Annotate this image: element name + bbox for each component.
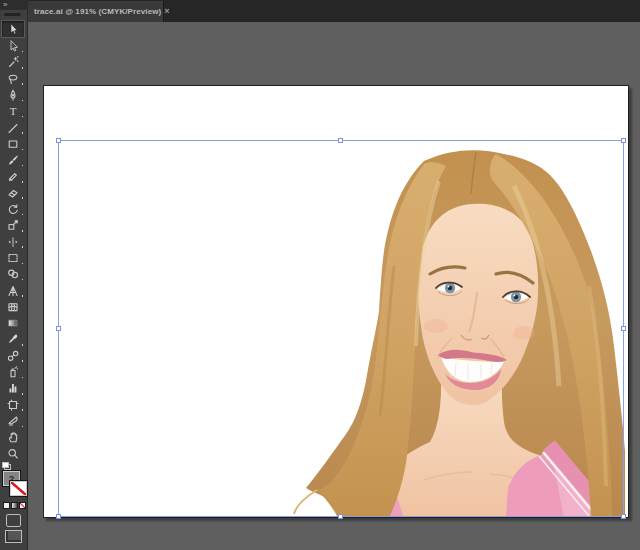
flyout-indicator-dot <box>22 132 24 134</box>
flyout-indicator-dot <box>22 214 24 216</box>
zoom-icon <box>7 448 19 460</box>
tool-list: T <box>0 20 27 462</box>
selection-handle-ne[interactable] <box>621 138 626 143</box>
width-icon <box>7 236 19 248</box>
color-mode-buttons <box>3 502 26 509</box>
shape-builder-icon <box>7 268 19 280</box>
document-tab[interactable]: trace.ai @ 191% (CMYK/Preview) × <box>28 1 164 22</box>
column-graph-icon <box>7 382 19 394</box>
tool-shape-builder[interactable] <box>1 266 25 282</box>
collapse-panels-icon[interactable]: » <box>3 0 7 9</box>
lasso-icon <box>7 73 19 85</box>
symbol-sprayer-icon <box>7 366 19 378</box>
tool-perspective-grid[interactable] <box>1 282 25 298</box>
tool-direct-selection[interactable] <box>1 38 25 54</box>
flyout-indicator-dot <box>22 263 24 265</box>
placed-image-woman-portrait[interactable] <box>44 86 628 517</box>
selection-handle-w[interactable] <box>56 326 61 331</box>
tool-free-transform[interactable] <box>1 250 25 266</box>
selection-icon <box>7 23 19 35</box>
scale-icon <box>7 219 19 231</box>
flyout-indicator-dot <box>22 393 24 395</box>
tool-column-graph[interactable] <box>1 380 25 396</box>
eraser-icon <box>7 187 19 199</box>
tool-type[interactable]: T <box>1 103 25 119</box>
panel-grip-handle[interactable] <box>0 10 27 20</box>
gradient-button[interactable] <box>11 502 18 509</box>
selection-handle-s[interactable] <box>338 514 343 519</box>
tool-eyedropper[interactable] <box>1 331 25 347</box>
flyout-indicator-dot <box>22 197 24 199</box>
screen-mode-button[interactable] <box>5 530 22 543</box>
tool-line-segment[interactable] <box>1 119 25 135</box>
document-tab-bar: » trace.ai @ 191% (CMYK/Preview) × <box>0 0 640 22</box>
tool-width[interactable] <box>1 234 25 250</box>
tool-rectangle[interactable] <box>1 136 25 152</box>
magic-wand-icon <box>7 56 19 68</box>
pen-icon <box>7 89 19 101</box>
rotate-icon <box>7 203 19 215</box>
flyout-indicator-dot <box>22 409 24 411</box>
artboard[interactable] <box>43 85 629 518</box>
tool-blend[interactable] <box>1 348 25 364</box>
tool-scale[interactable] <box>1 217 25 233</box>
flyout-indicator-dot <box>22 360 24 362</box>
tool-hand[interactable] <box>1 429 25 445</box>
tool-lasso[interactable] <box>1 71 25 87</box>
flyout-indicator-dot <box>22 279 24 281</box>
selection-handle-se[interactable] <box>621 514 626 519</box>
tool-eraser[interactable] <box>1 185 25 201</box>
pencil-icon <box>7 171 19 183</box>
eyedropper-icon <box>7 333 19 345</box>
slice-icon <box>7 415 19 427</box>
none-button[interactable] <box>19 502 26 509</box>
tool-magic-wand[interactable] <box>1 54 25 70</box>
flyout-indicator-dot <box>22 51 24 53</box>
selection-handle-nw[interactable] <box>56 138 61 143</box>
document-tab-title: trace.ai @ 191% (CMYK/Preview) <box>34 7 161 16</box>
flyout-indicator-dot <box>22 181 24 183</box>
selection-handle-e[interactable] <box>621 326 626 331</box>
flyout-indicator-dot <box>22 116 24 118</box>
flyout-indicator-dot <box>22 165 24 167</box>
perspective-grid-icon <box>7 285 19 297</box>
free-transform-icon <box>7 252 19 264</box>
tool-mesh[interactable] <box>1 299 25 315</box>
blend-icon <box>7 350 19 362</box>
hand-icon <box>7 431 19 443</box>
selection-handle-n[interactable] <box>338 138 343 143</box>
flyout-indicator-dot <box>22 295 24 297</box>
tool-symbol-sprayer[interactable] <box>1 364 25 380</box>
canvas[interactable] <box>28 22 640 550</box>
flyout-indicator-dot <box>22 246 24 248</box>
selection-handle-sw[interactable] <box>56 514 61 519</box>
type-icon: T <box>7 105 19 117</box>
stroke-swatch-none[interactable] <box>10 481 27 496</box>
mesh-icon <box>7 301 19 313</box>
color-button[interactable] <box>3 502 10 509</box>
tool-paintbrush[interactable] <box>1 152 25 168</box>
panel-collapse-strip: » <box>0 0 28 10</box>
tool-pencil[interactable] <box>1 168 25 184</box>
tab-close-icon[interactable]: × <box>164 7 169 16</box>
flyout-indicator-dot <box>22 100 24 102</box>
flyout-indicator-dot <box>22 67 24 69</box>
svg-text:T: T <box>10 105 17 117</box>
tool-selection[interactable] <box>1 20 25 38</box>
direct-selection-icon <box>7 40 19 52</box>
drawing-modes-button[interactable] <box>6 514 21 527</box>
gradient-icon <box>7 317 19 329</box>
tool-artboard[interactable] <box>1 397 25 413</box>
flyout-indicator-dot <box>22 83 24 85</box>
tool-slice[interactable] <box>1 413 25 429</box>
tool-gradient[interactable] <box>1 315 25 331</box>
flyout-indicator-dot <box>22 344 24 346</box>
artboard-icon <box>7 399 19 411</box>
default-fill-stroke-icon[interactable] <box>2 462 11 470</box>
tool-rotate[interactable] <box>1 201 25 217</box>
tools-panel: T ? <box>0 10 28 550</box>
tool-pen[interactable] <box>1 87 25 103</box>
fill-stroke-controls: ? <box>0 462 28 550</box>
tool-zoom[interactable] <box>1 445 25 461</box>
flyout-indicator-dot <box>22 230 24 232</box>
